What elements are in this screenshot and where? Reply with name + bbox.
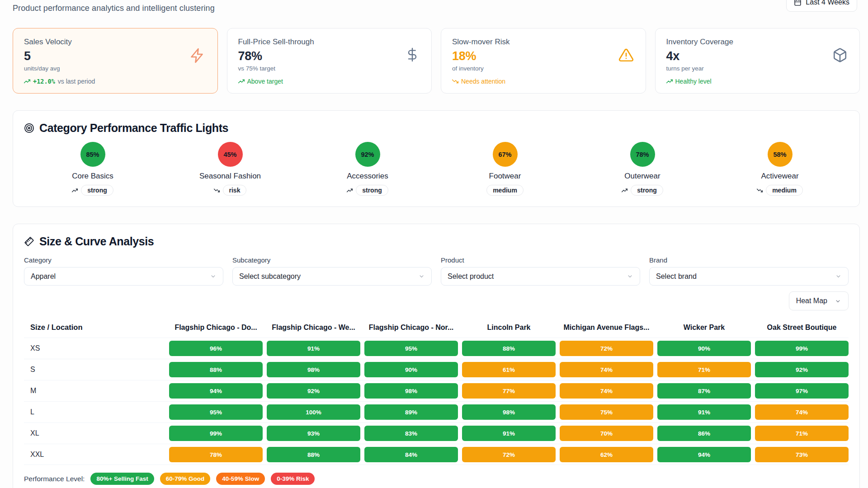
product-select[interactable]: Select product (441, 267, 640, 286)
kpi-status-text: Above target (247, 78, 283, 85)
heatmap-cell[interactable]: 62% (560, 447, 653, 462)
kpi-status: Needs attention (452, 78, 635, 85)
heatmap-cell[interactable]: 70% (560, 426, 653, 441)
heatmap-column-header: Flagship Chicago - Do... (169, 324, 263, 332)
trend-badge-row: medium (757, 185, 803, 196)
heatmap-cell[interactable]: 61% (462, 362, 556, 377)
ruler-icon (24, 236, 34, 247)
heatmap-cell[interactable]: 88% (169, 362, 263, 377)
heatmap-cell[interactable]: 88% (462, 341, 556, 356)
heatmap-cell[interactable]: 93% (267, 426, 360, 441)
select-value: Apparel (31, 272, 56, 281)
kpi-card-inventory-coverage[interactable]: Inventory Coverage 4x turns per year Hea… (655, 28, 860, 94)
heatmap-cell[interactable]: 100% (267, 404, 360, 420)
heatmap-cell[interactable]: 88% (267, 447, 360, 462)
section-title-text: Size & Curve Analysis (39, 235, 154, 248)
heatmap-cell[interactable]: 89% (364, 404, 458, 420)
heatmap-cell[interactable]: 71% (657, 362, 751, 377)
heatmap-body: XS96%91%95%88%72%90%99%S88%98%90%61%74%7… (24, 338, 849, 465)
heatmap-cell[interactable]: 77% (462, 383, 556, 399)
heatmap-cell[interactable]: 92% (267, 383, 360, 399)
heatmap-cell[interactable]: 98% (364, 383, 458, 399)
select-value: Select brand (656, 272, 697, 281)
trend-up-icon (72, 188, 78, 193)
heatmap-cell[interactable]: 74% (560, 383, 653, 399)
chevron-down-icon (627, 273, 633, 280)
heatmap-cell[interactable]: 91% (462, 426, 556, 441)
period-select-button[interactable]: Last 4 Weeks (786, 0, 857, 12)
category-label: Activewear (761, 172, 798, 181)
filter-label: Product (441, 256, 640, 264)
heatmap-cell[interactable]: 78% (169, 447, 263, 462)
kpi-card-full-price-sell-through[interactable]: Full-Price Sell-through 78% vs 75% targe… (227, 28, 432, 94)
select-value: Select product (448, 272, 494, 281)
kpi-card-sales-velocity[interactable]: Sales Velocity 5 units/day avg +12.0% vs… (13, 28, 218, 94)
heatmap-cell[interactable]: 99% (755, 341, 849, 356)
status-badge: strong (81, 185, 113, 196)
brand-select[interactable]: Select brand (649, 267, 849, 286)
heatmap-cell[interactable]: 83% (364, 426, 458, 441)
chevron-down-icon (835, 273, 842, 280)
heatmap-cell[interactable]: 99% (169, 426, 263, 441)
chevron-down-icon (835, 298, 841, 305)
traffic-light-core-basics[interactable]: 85% Core Basics strong (24, 142, 161, 196)
heatmap-cell[interactable]: 87% (657, 383, 751, 399)
category-select[interactable]: Apparel (24, 267, 223, 286)
heatmap-cell[interactable]: 94% (657, 447, 751, 462)
heatmap-cell[interactable]: 90% (364, 362, 458, 377)
heatmap-header-row: Size / Location Flagship Chicago - Do...… (24, 323, 849, 338)
heatmap-row: M94%92%98%77%74%87%97% (24, 380, 849, 401)
traffic-light-accessories[interactable]: 92% Accessories strong (299, 142, 436, 196)
heatmap-cell[interactable]: 95% (364, 341, 458, 356)
heatmap-cell[interactable]: 86% (657, 426, 751, 441)
calendar-icon (794, 0, 802, 6)
heatmap-cell[interactable]: 71% (755, 426, 849, 441)
size-label: M (30, 387, 165, 395)
select-value: Heat Map (796, 297, 827, 305)
traffic-light-outerwear[interactable]: 78% Outerwear strong (574, 142, 711, 196)
heatmap-cell[interactable]: 90% (657, 341, 751, 356)
heatmap-column-header: Lincoln Park (462, 324, 556, 332)
legend-pill-good: 60-79% Good (160, 473, 211, 485)
heatmap-cell[interactable]: 72% (462, 447, 556, 462)
heatmap-column-header: Michigan Avenue Flags... (560, 324, 653, 332)
view-mode-select[interactable]: Heat Map (789, 291, 849, 310)
heatmap-cell[interactable]: 91% (657, 404, 751, 420)
heatmap-cell[interactable]: 74% (755, 404, 849, 420)
heatmap-cell[interactable]: 74% (560, 362, 653, 377)
traffic-light-circle: 58% (768, 142, 793, 167)
traffic-light-circle: 45% (218, 142, 243, 167)
lightning-icon (189, 47, 206, 64)
heatmap-cell[interactable]: 91% (267, 341, 360, 356)
subcategory-select[interactable]: Select subcategory (232, 267, 432, 286)
heatmap-cell[interactable]: 98% (462, 404, 556, 420)
filter-label: Brand (649, 256, 849, 264)
heatmap-cell[interactable]: 75% (560, 404, 653, 420)
period-select-label: Last 4 Weeks (806, 0, 849, 6)
heatmap-cell[interactable]: 73% (755, 447, 849, 462)
traffic-light-footwear[interactable]: 67% Footwear medium (436, 142, 574, 196)
heatmap-cell[interactable]: 98% (267, 362, 360, 377)
heatmap-cell[interactable]: 84% (364, 447, 458, 462)
kpi-unit: units/day avg (24, 65, 207, 72)
page-subtitle: Product performance analytics and intell… (13, 4, 860, 13)
heatmap-column-header: Wicker Park (657, 324, 751, 332)
heatmap-cell[interactable]: 95% (169, 404, 263, 420)
heatmap-cell[interactable]: 97% (755, 383, 849, 399)
size-curve-section: Size & Curve Analysis Category Apparel S… (13, 224, 860, 488)
heatmap-cell[interactable]: 92% (755, 362, 849, 377)
kpi-unit: vs 75% target (238, 65, 421, 72)
trend-badge-row: strong (72, 185, 113, 196)
kpi-card-slow-mover-risk[interactable]: Slow-mover Risk 18% of inventory Needs a… (441, 28, 646, 94)
filter-brand: Brand Select brand (649, 256, 849, 286)
heatmap-row-header: Size / Location (30, 323, 165, 332)
traffic-light-seasonal-fashion[interactable]: 45% Seasonal Fashion risk (161, 142, 299, 196)
traffic-light-activewear[interactable]: 58% Activewear medium (711, 142, 849, 196)
heatmap-cell[interactable]: 72% (560, 341, 653, 356)
warning-icon (618, 47, 634, 63)
heatmap-cell[interactable]: 96% (169, 341, 263, 356)
kpi-title: Sales Velocity (24, 38, 207, 47)
trend-up-icon (238, 78, 245, 84)
kpi-status: +12.0% vs last period (24, 78, 207, 85)
heatmap-cell[interactable]: 94% (169, 383, 263, 399)
